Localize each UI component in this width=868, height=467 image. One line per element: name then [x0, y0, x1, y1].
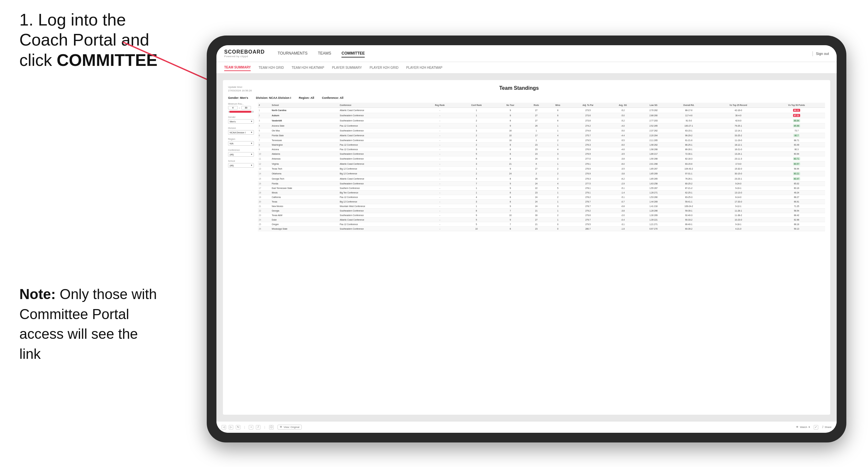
school-select[interactable]: (All) ▾: [228, 163, 254, 167]
cell-conf-rank: 1: [458, 123, 495, 128]
content-layout: Minimum Rou... 4 - 30 Gender: [228, 103, 825, 408]
col-points: Vs Top 50 Points: [768, 103, 825, 108]
tablet-frame: SCOREBOARD Powered by clippd TOURNAMENTS…: [207, 35, 846, 442]
conference-select[interactable]: (All) ▾: [228, 152, 254, 157]
max-val-input[interactable]: 30: [241, 106, 251, 110]
points-value: 86.64: [793, 119, 800, 122]
subnav-player-h2h-grid[interactable]: PLAYER H2H GRID: [370, 65, 398, 71]
forward-button[interactable]: ▷: [229, 425, 233, 430]
cell-reg-rank: -: [422, 222, 458, 227]
back-button[interactable]: ◁: [222, 425, 226, 430]
cell-low-sg: 1.53 260: [638, 195, 669, 199]
cell-wins: 3: [547, 152, 568, 156]
cell-points: 68.42: [768, 213, 825, 218]
cell-record: 11-28-1: [709, 209, 768, 213]
cell-rank: 5: [258, 128, 271, 133]
cell-points: 71.25: [768, 204, 825, 209]
watch-icon: 👁: [796, 426, 799, 429]
cell-overall: 82-18-3: [669, 156, 709, 161]
cell-overall: 90-33-2: [669, 218, 709, 222]
sub-nav: TEAM SUMMARY TEAM H2H GRID TEAM H2H HEAT…: [216, 62, 837, 74]
cell-adj-par: 278.2: [568, 195, 607, 199]
points-value: 60.94: [794, 153, 799, 155]
cell-school: Georgia Tech: [271, 176, 339, 182]
cell-wins: 4: [547, 147, 568, 152]
cell-rank: 6: [258, 133, 271, 138]
cell-points: 68.27: [768, 195, 825, 199]
cell-low-sg: 1.28 271: [638, 191, 669, 195]
refresh-button[interactable]: ↻: [236, 425, 240, 430]
sign-out-button[interactable]: Sign out: [816, 52, 829, 56]
nav-teams[interactable]: TEAMS: [318, 50, 331, 58]
min-val-input[interactable]: 4: [228, 106, 238, 110]
cell-conf-rank: 8: [458, 209, 495, 213]
gender-filter-display: Gender: Men's: [228, 96, 248, 99]
cell-rnds: 27: [525, 108, 547, 113]
cell-school: Texas Tech: [271, 167, 339, 171]
cell-reg-rank: -: [422, 209, 458, 213]
share-button[interactable]: ⤴ Share: [822, 426, 832, 429]
cell-adj-par: 280.7: [568, 227, 607, 231]
cell-rnds: 27: [525, 218, 547, 222]
cell-conf-rank: 1: [458, 204, 495, 209]
cell-conf-rank: 10: [458, 227, 495, 231]
cell-adj-par: 276.9: [568, 171, 607, 176]
cell-school: Arizona State: [271, 123, 339, 128]
subnav-team-summary[interactable]: TEAM SUMMARY: [224, 64, 251, 71]
cell-conf-rank: 3: [458, 128, 495, 133]
gender-filter-label: Gender: [228, 116, 254, 118]
view-original-button[interactable]: 👁 View: Original: [278, 425, 302, 430]
cell-low-sg: 2.88 260: [638, 113, 669, 118]
table-row: 8 Washington Pac-12 Conference - 2 8 23 …: [258, 143, 825, 147]
cell-low-sg: 2.20 264: [638, 133, 669, 138]
cell-school: Georgia: [271, 209, 339, 213]
cell-reg-rank: -: [422, 199, 458, 204]
division-select[interactable]: NCAA Division I ▾: [228, 130, 254, 135]
subnav-team-h2h-heatmap[interactable]: TEAM H2H HEATMAP: [292, 65, 324, 71]
gender-chevron: ▾: [251, 120, 252, 123]
cell-conference: Atlantic Coast Conference: [339, 161, 422, 167]
expand-button[interactable]: ⤢: [814, 425, 818, 430]
cell-avg-sg: -5.1: [608, 195, 638, 199]
region-select[interactable]: N/A ▾: [228, 141, 254, 146]
gender-select[interactable]: Men's ▾: [228, 119, 254, 124]
subnav-player-h2h-heatmap[interactable]: PLAYER H2H HEATMAP: [406, 65, 442, 71]
cell-points: 80.47: [768, 176, 825, 182]
cell-adj-par: 277.5: [568, 182, 607, 186]
cell-overall: 60-39-2: [669, 227, 709, 231]
share-small-button[interactable]: ⤴: [256, 425, 260, 430]
nav-committee[interactable]: COMMITTEE: [341, 50, 365, 58]
cell-wins: 2: [547, 138, 568, 143]
col-record: Vs Top 25 Record: [709, 103, 768, 108]
subnav-team-h2h-grid[interactable]: TEAM H2H GRID: [258, 65, 284, 71]
cell-low-sg: 1.85 265: [638, 176, 669, 182]
cell-school: Auburn: [271, 113, 339, 118]
subnav-player-summary[interactable]: PLAYER SUMMARY: [332, 65, 362, 71]
cell-conference: Atlantic Coast Conference: [339, 176, 422, 182]
cell-conf-rank: 5: [458, 218, 495, 222]
cell-school: Ole Miss: [271, 128, 339, 133]
nav-tournaments[interactable]: TOURNAMENTS: [278, 50, 308, 58]
cell-points: 86.64: [768, 118, 825, 123]
cell-reg-rank: -: [422, 195, 458, 199]
cell-rank: 21: [258, 204, 271, 209]
divider: |: [812, 51, 813, 57]
range-slider[interactable]: [228, 111, 254, 113]
table-row: 24 Duke Atlantic Coast Conference - 5 9 …: [258, 218, 825, 222]
cell-points: 68.71: [768, 138, 825, 143]
watch-button[interactable]: 👁 Watch ▾: [796, 426, 809, 429]
school-filter-label: School: [228, 160, 254, 162]
cell-no-tour: 18: [496, 138, 526, 143]
share-icon: ⤴: [822, 426, 824, 429]
toolbar-sep1: |: [244, 426, 245, 429]
cell-rnds: 23: [525, 227, 547, 231]
note-container: Note: Only those with Committee Portal a…: [20, 194, 158, 364]
points-value: 62.98: [794, 219, 799, 221]
cell-conference: Mountain West Conference: [339, 204, 422, 209]
school-select-value: (All): [230, 164, 234, 167]
cell-avg-sg: -0.4: [608, 218, 638, 222]
info-button[interactable]: ⓘ: [269, 425, 274, 430]
add-button[interactable]: +: [249, 425, 253, 430]
view-original-label: View: Original: [284, 426, 300, 429]
table-row: 9 Arizona Pac-12 Conference - 3 8 23 4 2…: [258, 147, 825, 152]
